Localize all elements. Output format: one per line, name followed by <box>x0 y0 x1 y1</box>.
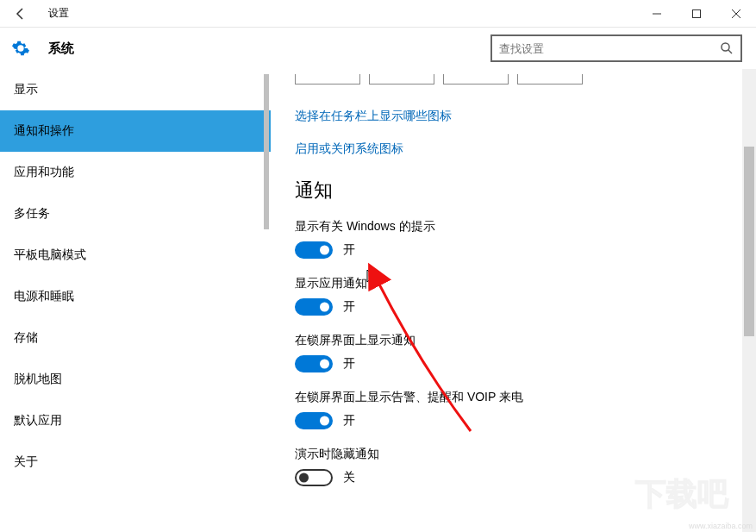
toggle-state-label: 开 <box>343 356 355 372</box>
search-box[interactable] <box>490 34 742 62</box>
sidebar-item-label: 显示 <box>14 82 38 97</box>
sidebar-item-maps[interactable]: 脱机地图 <box>0 359 271 400</box>
window-title: 设置 <box>41 6 69 21</box>
minimize-button[interactable] <box>637 0 677 28</box>
toggle-knob <box>320 416 329 426</box>
sidebar: 显示 通知和操作 应用和功能 多任务 平板电脑模式 电源和睡眠 存储 脱机地图 … <box>0 69 271 532</box>
sidebar-item-power[interactable]: 电源和睡眠 <box>0 276 271 317</box>
page-category: 系统 <box>48 41 74 57</box>
toggle-knob <box>320 303 329 312</box>
setting-label: 演示时隐藏通知 <box>295 447 732 462</box>
quick-action-tile[interactable] <box>295 74 360 84</box>
sidebar-item-about[interactable]: 关于 <box>0 441 271 483</box>
sidebar-item-label: 通知和操作 <box>14 123 74 139</box>
sidebar-item-label: 默认应用 <box>14 413 62 429</box>
svg-rect-1 <box>693 9 701 17</box>
svg-line-3 <box>728 50 732 53</box>
toggle-state-label: 开 <box>343 242 355 258</box>
toggle-hide-presenting[interactable] <box>295 469 333 486</box>
maximize-button[interactable] <box>677 0 716 28</box>
sidebar-item-display[interactable]: 显示 <box>0 69 271 110</box>
content-pane: 选择在任务栏上显示哪些图标 启用或关闭系统图标 通知 显示有关 Windows … <box>271 69 756 532</box>
content-scrollbar-thumb[interactable] <box>744 147 754 336</box>
sidebar-item-label: 关于 <box>14 454 38 470</box>
sidebar-item-label: 多任务 <box>14 206 50 222</box>
sidebar-item-label: 应用和功能 <box>14 165 74 180</box>
sidebar-item-default-apps[interactable]: 默认应用 <box>0 400 271 441</box>
section-title-notifications: 通知 <box>295 178 732 203</box>
link-system-icons[interactable]: 启用或关闭系统图标 <box>295 141 732 157</box>
toggle-app-notifications[interactable] <box>295 298 333 316</box>
quick-action-tile[interactable] <box>443 74 509 84</box>
close-button[interactable] <box>716 0 756 28</box>
back-button[interactable] <box>0 0 41 28</box>
toggle-lockscreen-notifications[interactable] <box>295 355 333 372</box>
setting-label: 在锁屏界面上显示通知 <box>295 333 732 348</box>
sidebar-item-label: 电源和睡眠 <box>14 289 74 304</box>
toggle-knob <box>320 360 329 369</box>
sidebar-item-label: 存储 <box>14 330 38 346</box>
setting-label: 显示有关 Windows 的提示 <box>295 219 732 235</box>
setting-label: 显示应用通知 <box>295 276 732 291</box>
quick-action-tile[interactable] <box>369 74 434 84</box>
link-taskbar-icons[interactable]: 选择在任务栏上显示哪些图标 <box>295 109 732 124</box>
sidebar-item-notifications[interactable]: 通知和操作 <box>0 110 271 152</box>
setting-label: 在锁屏界面上显示告警、提醒和 VOIP 来电 <box>295 390 732 405</box>
toggle-state-label: 开 <box>343 413 355 429</box>
toggle-knob <box>299 473 309 483</box>
gear-icon <box>10 38 31 59</box>
svg-point-2 <box>722 43 729 51</box>
toggle-state-label: 开 <box>343 299 355 315</box>
sidebar-item-apps[interactable]: 应用和功能 <box>0 152 271 193</box>
toggle-lockscreen-alarms[interactable] <box>295 412 333 429</box>
search-icon[interactable] <box>713 41 740 55</box>
quick-action-tile[interactable] <box>517 74 583 84</box>
sidebar-item-multitask[interactable]: 多任务 <box>0 193 271 235</box>
toggle-knob <box>320 246 329 255</box>
sidebar-item-label: 平板电脑模式 <box>14 247 86 263</box>
sidebar-item-storage[interactable]: 存储 <box>0 317 271 359</box>
sidebar-item-tablet[interactable]: 平板电脑模式 <box>0 235 271 276</box>
sidebar-scrollbar[interactable] <box>264 74 269 229</box>
quick-action-row-partial <box>295 74 732 84</box>
toggle-state-label: 关 <box>343 470 355 485</box>
sidebar-item-label: 脱机地图 <box>14 372 62 387</box>
search-input[interactable] <box>492 42 713 55</box>
toggle-windows-tips[interactable] <box>295 241 333 259</box>
